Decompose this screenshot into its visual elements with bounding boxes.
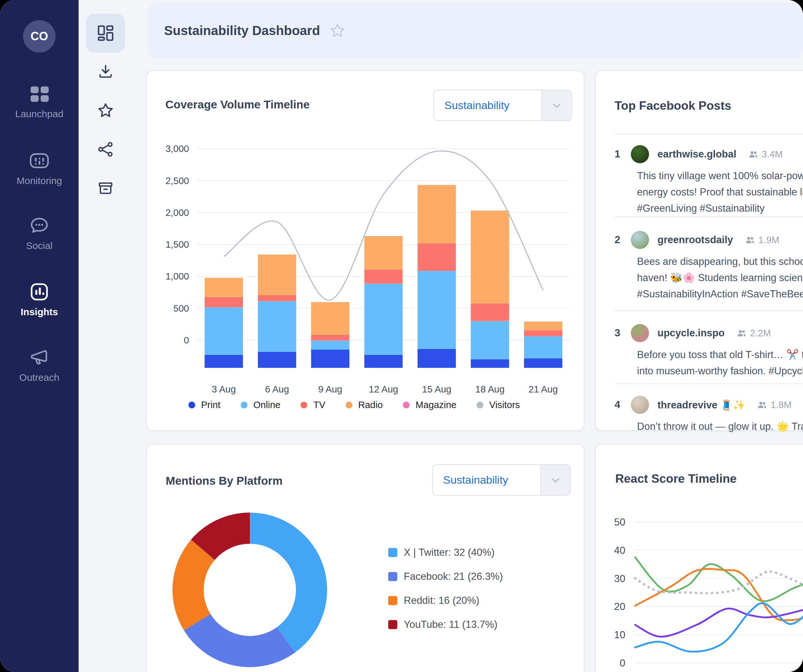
svg-text:6 Aug: 6 Aug [652,670,675,672]
legend-swatch-icon [388,620,397,629]
svg-text:9 Aug: 9 Aug [319,384,342,394]
legend-dot-icon [403,402,410,408]
legend-label: Print [201,399,221,410]
legend-item-reddit[interactable]: Reddit: 16 (20%) [388,595,480,606]
legend-swatch-icon [388,596,397,605]
legend-item-radio[interactable]: Radio [346,399,383,410]
post-username[interactable]: upcycle.inspo [657,327,725,339]
legend-item-x-twitter[interactable]: X | Twitter: 32 (40%) [388,547,495,558]
sidebar-item-label: Outreach [0,372,79,383]
svg-text:12 Aug: 12 Aug [369,384,398,394]
post-text: Bees are disappearing, but this school b… [637,253,803,302]
svg-text:9 Aug: 9 Aug [679,670,703,672]
sidebar-item-label: Social [0,240,79,251]
favorite-star-icon[interactable] [98,102,113,118]
post-username[interactable]: greenrootsdaily [657,234,733,246]
svg-text:21 Aug: 21 Aug [789,670,803,672]
followers-count: 1.9M [745,235,779,245]
legend-label: Radio [358,399,383,410]
svg-text:15 Aug: 15 Aug [733,670,761,672]
legend-item-visitors[interactable]: Visitors [476,399,520,410]
post-username[interactable]: earthwise.global [657,148,736,160]
launchpad-grid-icon [29,83,50,106]
app-window: CO Launchpad Monitoring [0,0,803,672]
avatar [631,324,649,342]
react-score-chart: 010203040503 Aug6 Aug9 Aug12 Aug15 Aug18… [596,445,803,672]
coverage-chart-legend: PrintOnlineTVRadioMagazineVisitors [189,399,520,410]
legend-item-online[interactable]: Online [241,399,281,410]
facebook-post-item[interactable]: 4threadrevive 🧵✨ 1.8MDon’t throw it out … [614,396,803,435]
sidebar-item-launchpad[interactable]: Launchpad [0,83,79,120]
legend-item-facebook[interactable]: Facebook: 21 (26.3%) [388,571,503,583]
svg-text:6 Aug: 6 Aug [265,384,289,394]
legend-label: Online [254,399,281,410]
coverage-volume-card: Coverage Volume Timeline Sustainability … [146,70,584,431]
legend-dot-icon [476,402,483,408]
facebook-post-item[interactable]: 3upcycle.inspo 2.2MBefore you toss that … [614,324,803,379]
avatar[interactable]: CO [23,20,55,53]
legend-item-tv[interactable]: TV [301,399,325,410]
people-icon [748,149,759,159]
svg-text:3 Aug: 3 Aug [212,384,236,394]
legend-label: Magazine [416,399,457,410]
people-icon [736,328,747,338]
legend-label: Facebook: 21 (26.3%) [404,571,503,583]
svg-text:18 Aug: 18 Aug [761,670,790,672]
favorite-dashboard-star-icon[interactable] [330,23,345,38]
post-text: This tiny village went 100% solar-powere… [637,168,803,216]
sidebar-item-label: Launchpad [0,109,79,120]
svg-text:15 Aug: 15 Aug [422,384,451,394]
legend-dot-icon [189,402,195,408]
top-facebook-posts-card: Top Facebook Posts 1earthwise.global 3.4… [595,70,803,431]
legend-label: YouTube: 11 (13.7%) [404,619,497,630]
legend-swatch-icon [388,548,397,557]
legend-label: X | Twitter: 32 (40%) [404,547,495,558]
facebook-post-item[interactable]: 1earthwise.global 3.4MThis tiny village … [614,145,803,216]
rail-dashboard-button[interactable] [86,14,125,53]
post-text: Before you toss that old T-shirt… ✂️ tur… [637,347,803,379]
monitoring-icon [29,150,50,173]
dashboard-grid-icon [97,25,114,42]
svg-text:40: 40 [614,545,625,556]
svg-text:2,500: 2,500 [165,175,189,186]
legend-label: Visitors [489,399,520,410]
svg-text:0: 0 [620,657,625,669]
avatar [631,145,649,163]
svg-text:3,000: 3,000 [165,143,189,154]
svg-text:12 Aug: 12 Aug [705,670,733,672]
sidebar-item-insights[interactable]: Insights [0,281,79,318]
share-icon[interactable] [98,141,113,157]
download-icon[interactable] [98,63,113,79]
page-header: Sustainability Dashboard [148,3,803,58]
legend-swatch-icon [388,572,397,581]
legend-item-magazine[interactable]: Magazine [403,399,457,410]
page-title: Sustainability Dashboard [164,23,320,38]
post-username[interactable]: threadrevive 🧵✨ [657,399,745,411]
svg-text:50: 50 [614,516,625,528]
mentions-by-platform-card: Mentions By Platform Sustainability X | … [146,444,584,672]
legend-dot-icon [241,402,247,408]
sidebar-item-label: Monitoring [0,175,79,186]
svg-text:1,000: 1,000 [165,271,189,281]
mentions-donut-chart [147,445,584,672]
sidebar-item-monitoring[interactable]: Monitoring [0,150,79,186]
svg-text:18 Aug: 18 Aug [475,384,504,394]
coverage-volume-chart: 05001,0001,5002,0002,5003,0003 Aug6 Aug9… [147,71,584,430]
followers-count: 3.4M [748,149,782,160]
legend-item-youtube[interactable]: YouTube: 11 (13.7%) [388,619,497,630]
people-icon [745,235,755,245]
legend-item-print[interactable]: Print [189,399,221,410]
sidebar-item-label: Insights [0,307,79,318]
sidebar-item-outreach[interactable]: Outreach [0,347,79,383]
archive-icon[interactable] [98,180,113,196]
social-chat-icon [29,215,50,238]
post-rank: 4 [614,399,626,411]
divider [614,310,803,311]
facebook-post-item[interactable]: 2greenrootsdaily 1.9MBees are disappeari… [614,231,803,302]
outreach-megaphone-icon [29,347,50,369]
svg-text:3 Aug: 3 Aug [623,670,647,672]
sidebar-item-social[interactable]: Social [0,215,79,251]
followers-count: 1.8M [757,399,791,410]
post-text: Don’t throw it out — glow it up. 🌟 Trans… [637,419,803,435]
avatar [631,231,649,249]
